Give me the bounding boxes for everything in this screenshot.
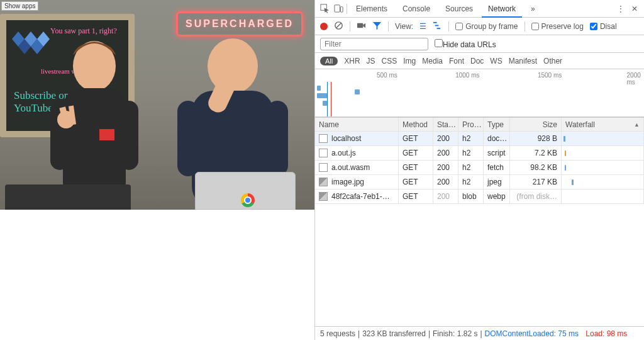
record-button[interactable]: [320, 23, 328, 30]
cell-status: 200: [433, 190, 458, 203]
cell-waterfall: [562, 146, 644, 160]
file-icon: [319, 134, 328, 143]
network-toolbar: View: ☰ Group by frame Preserve log Disa…: [315, 18, 644, 35]
svg-line-23: [336, 23, 341, 28]
type-filter-bar: All XHR JS CSS Img Media Font Doc WS Man…: [315, 53, 644, 69]
chrome-logo-icon: [241, 193, 255, 207]
filter-bar: Hide data URLs: [315, 35, 644, 53]
type-manifest[interactable]: Manifest: [509, 57, 537, 65]
filter-input[interactable]: [320, 38, 428, 50]
type-other[interactable]: Other: [543, 57, 562, 65]
hide-data-urls-checkbox[interactable]: Hide data URLs: [435, 39, 496, 49]
cell-waterfall: [562, 132, 644, 145]
table-row[interactable]: a.out.wasmGET200h2fetch98.2 KB: [315, 161, 644, 175]
cell-method: GET: [399, 132, 433, 145]
type-xhr[interactable]: XHR: [344, 57, 360, 65]
svg-rect-12: [99, 129, 114, 140]
col-status[interactable]: Sta…: [433, 118, 458, 131]
cell-size: 217 KB: [510, 175, 562, 189]
cell-status: 200: [433, 175, 458, 189]
close-icon[interactable]: ✕: [629, 3, 640, 14]
cell-size: 98.2 KB: [510, 161, 562, 174]
timeline-tick: 500 ms: [377, 72, 397, 79]
cell-type: fetch: [484, 161, 510, 174]
svg-rect-21: [340, 7, 343, 12]
col-type[interactable]: Type: [484, 118, 510, 131]
table-header[interactable]: Name Method Sta… Pro… Type Size Waterfal…: [315, 117, 644, 132]
tab-console[interactable]: Console: [396, 0, 436, 18]
svg-rect-16: [267, 101, 288, 176]
svg-rect-8: [119, 101, 138, 170]
status-bar: 5 requests | 323 KB transferred | Finish…: [315, 326, 644, 340]
tab-sources[interactable]: Sources: [439, 0, 479, 18]
type-all[interactable]: All: [320, 57, 338, 65]
type-js[interactable]: JS: [367, 57, 375, 65]
col-waterfall[interactable]: Waterfall▲: [562, 118, 644, 131]
cell-method: GET: [399, 161, 433, 174]
status-dcl: DOMContentLoaded: 75 ms: [485, 329, 579, 338]
preserve-log-checkbox[interactable]: Preserve log: [531, 22, 584, 31]
cell-type: doc…: [484, 132, 510, 145]
kebab-menu-icon[interactable]: ⋮: [615, 3, 626, 14]
col-protocol[interactable]: Pro…: [458, 118, 484, 131]
status-finish: Finish: 1.82 s: [433, 329, 477, 338]
svg-rect-20: [334, 5, 339, 12]
filter-icon[interactable]: [372, 21, 382, 32]
col-method[interactable]: Method: [399, 118, 433, 131]
table-row[interactable]: a.out.jsGET200h2script7.2 KB: [315, 146, 644, 161]
svg-rect-27: [437, 28, 441, 29]
timeline-tick: 1500 ms: [538, 72, 562, 79]
type-font[interactable]: Font: [449, 57, 464, 65]
cell-name: 48f2cafa-7eb1-…: [331, 192, 390, 201]
clear-icon[interactable]: [334, 21, 343, 32]
cell-protocol: blob: [458, 190, 484, 203]
cell-protocol: h2: [458, 132, 484, 145]
status-transferred: 323 KB transferred: [362, 329, 426, 338]
file-icon: [319, 149, 328, 157]
cell-status: 200: [433, 146, 458, 160]
cell-method: GET: [399, 190, 433, 203]
tab-elements[interactable]: Elements: [350, 0, 394, 18]
file-icon: [319, 192, 328, 201]
table-row[interactable]: localhostGET200h2doc…928 B: [315, 132, 644, 146]
svg-rect-15: [177, 101, 199, 176]
view-list-icon[interactable]: ☰: [419, 22, 426, 31]
inspect-icon[interactable]: [319, 3, 330, 14]
timeline-tick: 1000 ms: [455, 72, 479, 79]
view-label: View:: [395, 22, 413, 31]
disable-cache-checkbox[interactable]: Disal: [590, 22, 617, 31]
svg-rect-26: [435, 25, 439, 26]
cell-status: 200: [433, 132, 458, 145]
table-row[interactable]: 48f2cafa-7eb1-…GET200blobwebp(from disk…: [315, 190, 644, 204]
col-size[interactable]: Size: [510, 118, 562, 131]
type-ws[interactable]: WS: [490, 57, 502, 65]
cell-waterfall: [562, 190, 644, 203]
col-name[interactable]: Name: [315, 118, 399, 131]
timeline-bar: [355, 89, 360, 94]
cell-waterfall: [562, 175, 644, 189]
file-icon: [319, 178, 328, 186]
laptop-left: [5, 184, 131, 210]
timeline-bar: [317, 93, 327, 98]
type-img[interactable]: Img: [403, 57, 416, 65]
table-row[interactable]: image.jpgGET200h2jpeg217 KB: [315, 175, 644, 190]
tab-more[interactable]: »: [525, 0, 541, 18]
cell-type: script: [484, 146, 510, 160]
cell-waterfall: [562, 161, 644, 174]
cell-name: a.out.js: [331, 149, 356, 157]
type-css[interactable]: CSS: [382, 57, 397, 65]
requests-table: Name Method Sta… Pro… Type Size Waterfal…: [315, 117, 644, 326]
group-by-frame-checkbox[interactable]: Group by frame: [455, 22, 518, 31]
cell-name: localhost: [331, 134, 361, 143]
type-doc[interactable]: Doc: [470, 57, 484, 65]
camera-icon[interactable]: [357, 21, 366, 32]
cell-type: jpeg: [484, 175, 510, 189]
type-media[interactable]: Media: [422, 57, 443, 65]
cell-size: 928 B: [510, 132, 562, 145]
timeline-overview[interactable]: 500 ms1000 ms1500 ms2000 ms: [315, 69, 644, 117]
page-content: You saw part 1, right? livestream woo Su…: [0, 0, 314, 210]
device-icon[interactable]: [333, 3, 344, 14]
svg-rect-24: [357, 23, 363, 28]
tab-network[interactable]: Network: [482, 0, 522, 18]
view-waterfall-icon[interactable]: [433, 21, 442, 32]
